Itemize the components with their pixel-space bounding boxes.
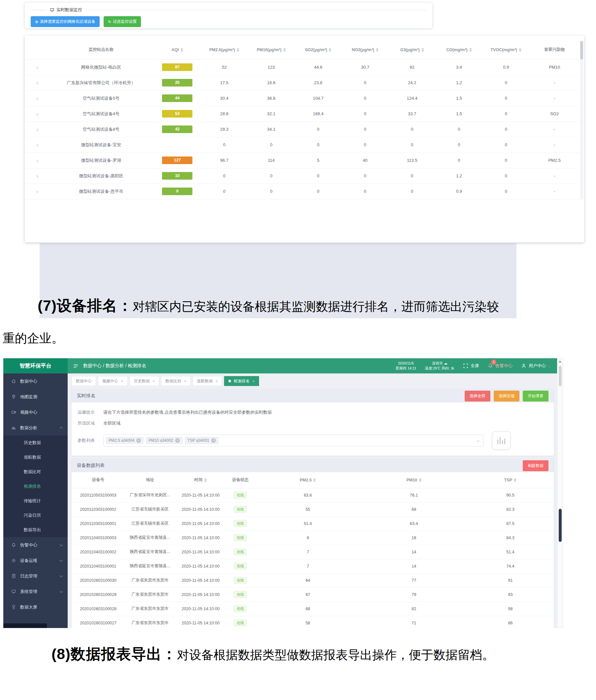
tab-cruise-data[interactable]: 巡航数据× <box>193 376 223 386</box>
select-all-button[interactable]: 选择全部 <box>465 391 490 401</box>
chevron-right-icon[interactable]: › <box>36 173 38 179</box>
value-cell: 2020-11-05 14:10:00 <box>175 616 226 628</box>
brand-logo[interactable]: 智慧环保平台 <box>3 358 68 373</box>
sort-icon[interactable] <box>329 48 331 52</box>
tab-detect-rank[interactable]: 检测排名× <box>224 376 259 386</box>
sidebar-item-device-ops[interactable]: 设备运维 <box>3 553 68 568</box>
close-icon[interactable]: × <box>153 379 155 384</box>
status-cell: 在线 <box>226 588 255 602</box>
param-select[interactable]: PM2.5 a34004×PM10 a34002×TSP a34001× <box>103 434 484 446</box>
tab-history-data[interactable]: 历史数据× <box>130 376 159 386</box>
sidebar-item-video-center[interactable]: 视频中心 <box>3 404 68 420</box>
value-cell: 113.5 <box>389 153 436 168</box>
value-cell: 76.1 <box>361 488 467 502</box>
fullscreen-button[interactable]: 全屏 <box>463 363 479 369</box>
column-header[interactable]: PM10(μg/m³) <box>248 40 295 59</box>
sidebar-item-data-center[interactable]: 数据中心 <box>3 373 68 389</box>
column-header[interactable]: AQI <box>154 40 201 59</box>
tab-video-center[interactable]: 视频中心× <box>98 376 128 386</box>
sidebar-subitem-data-export[interactable]: 数据导出 <box>3 523 68 537</box>
menu-icon[interactable] <box>73 363 79 369</box>
sidebar-item-alarm-center[interactable]: 告警中心 <box>3 537 68 553</box>
sort-icon[interactable] <box>514 478 516 482</box>
status-badge: 在线 <box>234 605 247 612</box>
column-header[interactable]: PM2.5 <box>255 472 361 488</box>
column-header[interactable]: PM10 <box>361 472 467 488</box>
sidebar-item-system-manage[interactable]: 系统管理 <box>3 584 68 599</box>
column-header[interactable]: SO2(μg/m³) <box>295 40 342 59</box>
value-cell: 51.4 <box>467 545 554 559</box>
column-header[interactable]: CO(mg/m³) <box>436 40 483 59</box>
sort-icon[interactable] <box>283 48 286 52</box>
refresh-data-button[interactable]: 刷新数据 <box>523 460 548 471</box>
value-cell: 86 <box>467 616 554 628</box>
tab-data-center[interactable]: 数据中心 <box>72 376 96 386</box>
tab-data-compare[interactable]: 数据比对× <box>161 376 191 386</box>
column-header[interactable]: 时间 <box>175 472 226 488</box>
inner-scrollbar-thumb[interactable] <box>559 509 562 542</box>
column-header[interactable]: TVOC(mg/m³) <box>483 40 529 59</box>
sort-icon[interactable] <box>237 48 239 52</box>
remove-tag-icon[interactable]: × <box>211 438 216 443</box>
alert-center-button[interactable]: 3 告警中心 <box>488 363 513 369</box>
chevron-right-icon[interactable]: › <box>36 65 38 70</box>
remove-tag-icon[interactable]: × <box>136 438 141 443</box>
sidebar-item-log-manage[interactable]: 日志管理 <box>3 568 68 584</box>
value-cell: 0 <box>342 106 388 122</box>
sort-icon[interactable] <box>204 478 207 482</box>
sidebar-subitem-history-data[interactable]: 历史数据 <box>3 435 68 450</box>
table-row: 2020110403100003陕西省延安市黄陵县...2020-11-05 1… <box>72 531 554 545</box>
select-grid-devices-button[interactable]: ⊕选择需要监控的网格化区域设备 <box>31 16 100 27</box>
column-header[interactable]: O3(μg/m³) <box>389 40 436 59</box>
sidebar-item-map-monitor[interactable]: 地图监测 <box>3 389 68 404</box>
chevron-right-icon[interactable]: › <box>36 80 38 86</box>
sort-icon[interactable] <box>421 48 424 52</box>
scroll-up-arrow-icon[interactable] <box>559 360 562 362</box>
column-header[interactable]: PM2.5(μg/m³) <box>201 40 248 59</box>
page-scrollbar[interactable] <box>557 358 563 628</box>
sort-icon[interactable] <box>519 48 521 52</box>
chevron-right-icon[interactable]: › <box>36 142 38 148</box>
device-id-cell: 2020110403100001 <box>72 559 125 573</box>
station-table-header-row: 监控站点名称AQIPM2.5(μg/m³)PM10(μg/m³)SO2(μg/m… <box>26 40 579 59</box>
expand-cell: › <box>26 168 48 183</box>
value-cell: 63.4 <box>361 517 467 531</box>
sidebar-subitem-transfer-stats[interactable]: 传输统计 <box>3 494 68 508</box>
select-region-button[interactable]: 选择区域 <box>494 391 519 401</box>
close-icon[interactable]: × <box>215 379 218 384</box>
user-center-button[interactable]: 用户中心 <box>521 363 550 369</box>
chevron-right-icon[interactable]: › <box>36 157 38 164</box>
start-view-button[interactable]: 开始查看 <box>523 391 548 401</box>
chevron-right-icon[interactable]: › <box>36 111 38 117</box>
table-scrollbar[interactable] <box>580 41 583 199</box>
chevron-right-icon[interactable]: › <box>36 189 38 195</box>
sidebar-item-data-screen[interactable]: 数据大屏 <box>3 599 68 615</box>
sort-icon[interactable] <box>469 48 472 52</box>
close-icon[interactable]: × <box>252 379 255 384</box>
table-scrollbar-thumb[interactable] <box>580 41 583 59</box>
column-header[interactable]: NO2(μg/m³) <box>342 40 388 59</box>
sidebar-item-label: 告警中心 <box>20 542 37 548</box>
sort-icon[interactable] <box>313 478 316 482</box>
remove-tag-icon[interactable]: × <box>175 438 180 443</box>
close-icon[interactable]: × <box>121 379 124 384</box>
chevron-right-icon[interactable]: › <box>36 95 38 101</box>
sidebar-subitem-cruise-data[interactable]: 巡航数据 <box>3 450 68 465</box>
reset-monitor-button[interactable]: ↻还原监控设置 <box>104 16 141 27</box>
monitor-icon <box>50 7 54 12</box>
value-cell: 广东省东莞市东莞市 <box>125 602 175 616</box>
sort-icon[interactable] <box>376 48 379 52</box>
sort-icon[interactable] <box>181 48 183 52</box>
value-cell: SO2 <box>529 106 579 122</box>
chart-view-button[interactable] <box>492 431 511 450</box>
sidebar-subitem-detect-rank[interactable]: 检测排名 <box>3 479 68 494</box>
chevron-right-icon[interactable]: › <box>36 126 38 132</box>
sidebar-subitem-data-compare[interactable]: 数据比对 <box>3 465 68 479</box>
sort-icon[interactable] <box>419 478 421 482</box>
page-scrollbar-thumb[interactable] <box>559 366 562 386</box>
value-cell: 0 <box>483 75 529 91</box>
close-icon[interactable]: × <box>184 379 186 384</box>
sidebar-item-data-analysis[interactable]: 数据分析 <box>3 420 68 435</box>
sidebar-subitem-pollution-calendar[interactable]: 污染日历 <box>3 508 68 523</box>
column-header[interactable]: TSP <box>467 472 554 488</box>
